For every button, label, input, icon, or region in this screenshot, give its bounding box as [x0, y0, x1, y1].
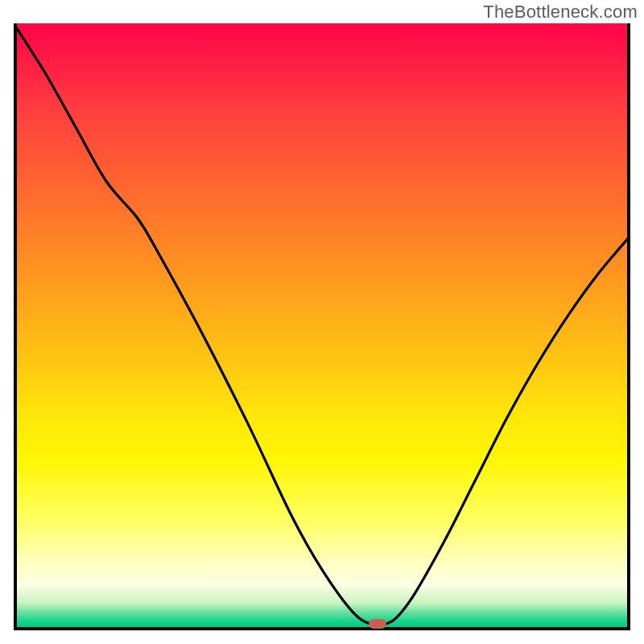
chart-container: TheBottleneck.com — [0, 0, 644, 644]
watermark-text: TheBottleneck.com — [483, 2, 638, 23]
optimal-marker — [369, 619, 386, 629]
plot-area — [14, 23, 630, 630]
bottleneck-curve — [14, 23, 630, 630]
curve-path — [14, 23, 630, 625]
